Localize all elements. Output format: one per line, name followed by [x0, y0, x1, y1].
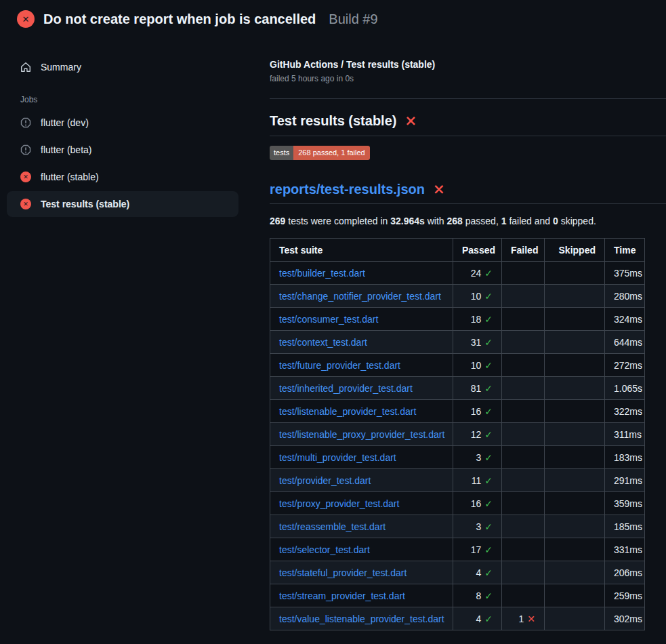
test-suite-link[interactable]: test/stateful_provider_test.dart [279, 567, 407, 578]
time-cell-value: 1.065s [614, 383, 642, 394]
x-icon: ✕ [527, 613, 535, 624]
sidebar-item-summary[interactable]: Summary [7, 54, 238, 80]
passed-cell-value: 18 [471, 314, 482, 325]
check-icon: ✓ [484, 429, 493, 440]
build-number: Build #9 [329, 12, 377, 27]
failed-cell [502, 423, 545, 446]
test-suite-link[interactable]: test/context_test.dart [279, 337, 367, 348]
test-suite-cell: test/listenable_proxy_provider_test.dart [270, 423, 453, 446]
check-icon: ✓ [484, 314, 493, 325]
test-suite-cell: test/future_provider_test.dart [270, 354, 453, 377]
time-cell: 322ms [605, 400, 645, 423]
skipped-cell [545, 377, 605, 400]
summary-segment: passed, [463, 216, 501, 226]
summary-segment: failed and [507, 216, 554, 226]
failed-x-icon: ✕ [433, 182, 445, 197]
table-row: test/change_notifier_provider_test.dart1… [270, 285, 645, 308]
divider [270, 203, 666, 204]
test-suite-link[interactable]: test/selector_test.dart [279, 544, 370, 555]
test-suite-cell: test/inherited_provider_test.dart [270, 377, 453, 400]
time-cell: 206ms [605, 561, 645, 584]
time-cell: 359ms [605, 492, 645, 515]
failed-cell [502, 400, 545, 423]
sidebar-item-flutter-beta[interactable]: flutter (beta) [7, 137, 238, 163]
test-suite-cell: test/selector_test.dart [270, 538, 453, 561]
check-icon: ✓ [484, 268, 493, 279]
failed-x-icon: ✕ [404, 114, 417, 128]
failed-cell [502, 377, 545, 400]
summary-segment: tests were completed in [285, 216, 390, 226]
test-suite-link[interactable]: test/proxy_provider_test.dart [279, 498, 399, 509]
test-suite-link[interactable]: test/consumer_test.dart [279, 314, 378, 325]
time-cell: 1.065s [605, 377, 645, 400]
time-cell: 183ms [605, 446, 645, 469]
passed-cell: 24✓ [453, 262, 502, 285]
passed-cell-value: 81 [471, 383, 482, 394]
time-cell-value: 272ms [614, 360, 642, 371]
table-row: test/provider_test.dart11✓291ms [270, 469, 645, 492]
skipped-cell [545, 561, 605, 584]
test-suite-cell: test/builder_test.dart [270, 262, 453, 285]
sidebar-item-flutter-stable[interactable]: ✕ flutter (stable) [7, 164, 238, 190]
report-file-link[interactable]: reports/test-results.json [270, 182, 425, 197]
test-suite-link[interactable]: test/multi_provider_test.dart [279, 452, 396, 463]
test-suite-link[interactable]: test/builder_test.dart [279, 268, 365, 279]
passed-cell: 8✓ [453, 584, 502, 607]
test-suite-link[interactable]: test/inherited_provider_test.dart [279, 383, 413, 394]
badge-value: 268 passed, 1 failed [293, 146, 369, 160]
time-cell: 272ms [605, 354, 645, 377]
passed-cell-value: 10 [471, 291, 482, 302]
time-cell: 185ms [605, 515, 645, 538]
section-heading: Test results (stable) ✕ [270, 113, 666, 129]
check-icon: ✓ [484, 544, 493, 555]
sidebar-item-flutter-dev[interactable]: flutter (dev) [7, 110, 238, 136]
time-cell: 302ms [605, 607, 645, 630]
passed-cell-value: 4 [476, 567, 481, 578]
passed-cell: 4✓ [453, 607, 502, 630]
check-icon: ✓ [484, 590, 493, 601]
skipped-cell [545, 400, 605, 423]
run-meta: failed 5 hours ago in 0s [270, 74, 666, 83]
skipped-cell [545, 584, 605, 607]
test-suite-link[interactable]: test/reassemble_test.dart [279, 521, 386, 532]
table-row: test/builder_test.dart24✓375ms [270, 262, 645, 285]
test-suite-link[interactable]: test/change_notifier_provider_test.dart [279, 291, 441, 302]
check-icon: ✓ [484, 567, 493, 578]
cancelled-octagon-icon [20, 144, 31, 155]
summary-segment: skipped. [558, 216, 596, 226]
sidebar-item-test-results-stable[interactable]: ✕ Test results (stable) [7, 191, 238, 217]
failed-x-circle-icon: ✕ [20, 172, 31, 182]
jobs-heading: Jobs [20, 95, 238, 104]
test-suite-link[interactable]: test/listenable_provider_test.dart [279, 406, 416, 417]
check-icon: ✓ [484, 406, 493, 417]
failed-cell [502, 308, 545, 331]
table-row: test/listenable_proxy_provider_test.dart… [270, 423, 645, 446]
failed-cell [502, 354, 545, 377]
tests-status-badge: tests 268 passed, 1 failed [270, 146, 370, 160]
passed-cell: 12✓ [453, 423, 502, 446]
time-cell-value: 302ms [614, 613, 642, 624]
test-suite-link[interactable]: test/stream_provider_test.dart [279, 590, 405, 601]
time-cell: 644ms [605, 331, 645, 354]
home-icon [20, 62, 31, 73]
passed-cell: 3✓ [453, 515, 502, 538]
test-suite-cell: test/change_notifier_provider_test.dart [270, 285, 453, 308]
breadcrumb: GitHub Actions / Test results (stable) [270, 59, 666, 70]
build-title: Do not create report when job is cancell… [43, 12, 316, 27]
test-suite-link[interactable]: test/value_listenable_provider_test.dart [279, 613, 444, 624]
passed-cell: 31✓ [453, 331, 502, 354]
skipped-cell [545, 607, 605, 630]
test-suite-link[interactable]: test/future_provider_test.dart [279, 360, 400, 371]
job-label: flutter (dev) [41, 117, 89, 128]
time-cell-value: 324ms [614, 314, 642, 325]
skipped-cell [545, 308, 605, 331]
test-suite-link[interactable]: test/provider_test.dart [279, 475, 371, 486]
time-cell-value: 311ms [614, 429, 642, 440]
test-suite-cell: test/listenable_provider_test.dart [270, 400, 453, 423]
test-suite-link[interactable]: test/listenable_proxy_provider_test.dart [279, 429, 444, 440]
time-cell-value: 185ms [614, 521, 642, 532]
test-suite-cell: test/provider_test.dart [270, 469, 453, 492]
summary-segment: with [425, 216, 447, 226]
passed-cell-value: 3 [476, 521, 481, 532]
failed-cell [502, 584, 545, 607]
